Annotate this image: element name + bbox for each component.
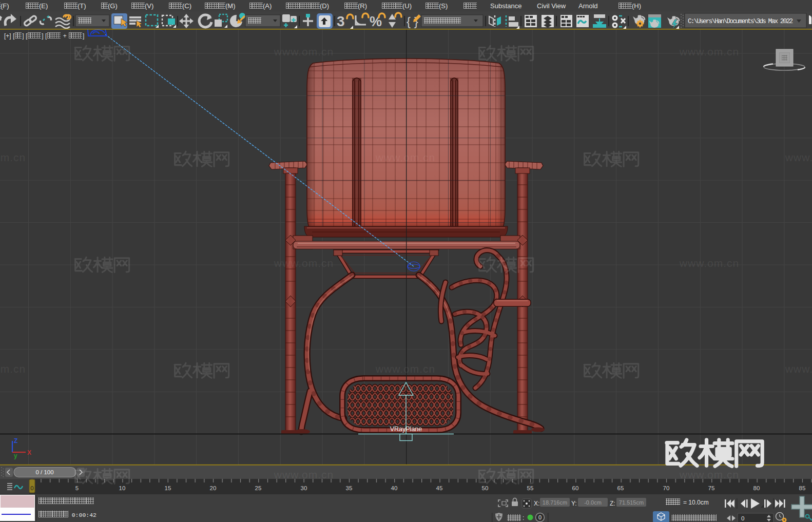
svg-text:C:\Users\Han\Documents\3ds Max: C:\Users\Han\Documents\3ds Max 2022: [688, 17, 793, 25]
svg-text:Y:: Y:: [571, 500, 577, 507]
svg-text:VRayPlane: VRayPlane: [390, 426, 422, 433]
svg-text:y: y: [14, 452, 17, 459]
svg-text:85: 85: [799, 485, 806, 491]
svg-text:0: 0: [538, 514, 542, 520]
svg-text:Z: Z: [14, 437, 17, 444]
svg-text:75: 75: [708, 485, 715, 491]
svg-text:X: X: [27, 449, 31, 456]
svg-text:3: 3: [337, 13, 345, 29]
svg-text:X:: X:: [534, 500, 539, 507]
svg-text:65: 65: [617, 485, 624, 491]
svg-text:40: 40: [391, 485, 398, 491]
svg-text:30: 30: [301, 485, 307, 491]
svg-text:55: 55: [527, 485, 534, 491]
svg-text:70: 70: [663, 485, 670, 491]
svg-text:{ }: { }: [407, 14, 418, 28]
svg-text:10: 10: [119, 485, 126, 491]
svg-text:-0.0cm: -0.0cm: [584, 499, 602, 506]
svg-text:= 10.0cm: = 10.0cm: [683, 499, 709, 506]
svg-text:5: 5: [75, 485, 79, 491]
svg-text:0: 0: [741, 515, 744, 521]
svg-text:71.515cm: 71.515cm: [619, 499, 644, 506]
svg-text:50: 50: [482, 485, 489, 491]
svg-text:35: 35: [346, 485, 353, 491]
svg-text:0 / 100: 0 / 100: [35, 469, 53, 475]
svg-text:25: 25: [255, 485, 262, 491]
svg-text:0: 0: [30, 485, 33, 491]
svg-text:80: 80: [753, 485, 760, 491]
svg-text::: :: [523, 514, 524, 521]
svg-text:45: 45: [436, 485, 443, 491]
svg-text:20: 20: [210, 485, 217, 491]
svg-text:18.716cm: 18.716cm: [543, 499, 567, 506]
svg-text:60: 60: [572, 485, 579, 491]
svg-text:%: %: [370, 14, 382, 29]
svg-text:Z:: Z:: [610, 500, 615, 507]
svg-text:15: 15: [165, 485, 171, 491]
